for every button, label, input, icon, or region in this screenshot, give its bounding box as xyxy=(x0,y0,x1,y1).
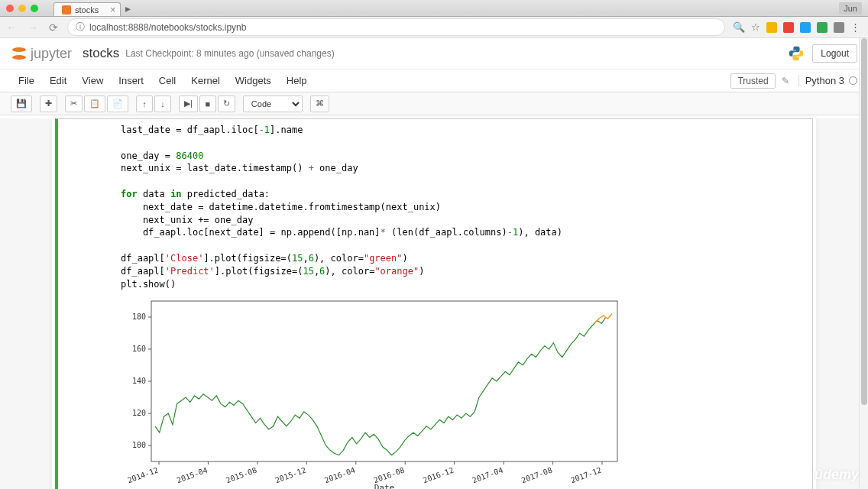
svg-text:2015-12: 2015-12 xyxy=(274,466,307,485)
close-window-icon[interactable] xyxy=(6,5,14,12)
kernel-indicator[interactable]: Python 3 xyxy=(798,75,857,86)
chart-output: 100120140160180 2014-122015-042015-08201… xyxy=(121,295,805,489)
svg-text:2015-08: 2015-08 xyxy=(225,466,257,485)
save-button[interactable]: 💾 xyxy=(11,96,32,112)
jupyter-favicon xyxy=(62,5,71,15)
jupyter-logo[interactable]: jupyter xyxy=(11,45,72,62)
svg-text:2015-04: 2015-04 xyxy=(176,466,209,485)
cut-button[interactable]: ✂ xyxy=(65,96,83,112)
extension-icon-5[interactable] xyxy=(834,22,844,33)
svg-text:120: 120 xyxy=(132,409,146,417)
new-tab-button[interactable]: ▸ xyxy=(121,1,135,16)
svg-text:180: 180 xyxy=(132,313,146,321)
svg-text:100: 100 xyxy=(132,441,146,449)
code-cell-running[interactable]: last_date = df_aapl.iloc[-1].name one_da… xyxy=(55,118,813,489)
command-palette-button[interactable]: ⌘ xyxy=(310,96,329,112)
svg-rect-0 xyxy=(151,301,617,461)
menubar: File Edit View Insert Cell Kernel Widget… xyxy=(0,70,868,92)
site-info-icon[interactable]: ⓘ xyxy=(76,21,85,34)
checkpoint-status: Last Checkpoint: 8 minutes ago (unsaved … xyxy=(125,48,335,59)
jupyter-logo-icon xyxy=(11,45,28,62)
menu-widgets[interactable]: Widgets xyxy=(228,71,279,90)
svg-text:2016-08: 2016-08 xyxy=(373,466,406,485)
reload-button[interactable]: ⟳ xyxy=(47,21,60,34)
svg-text:2017-12: 2017-12 xyxy=(569,466,602,485)
forward-button[interactable]: → xyxy=(26,21,40,34)
run-button[interactable]: ▶| xyxy=(179,96,198,112)
jupyter-header: jupyter stocks Last Checkpoint: 8 minute… xyxy=(0,38,868,70)
svg-text:140: 140 xyxy=(132,377,146,385)
notebook-title[interactable]: stocks xyxy=(83,46,119,61)
browser-chrome: stocks × ▸ Jun xyxy=(0,0,868,17)
menu-edit[interactable]: Edit xyxy=(42,71,74,90)
stop-button[interactable]: ■ xyxy=(199,96,216,112)
edit-metadata-icon[interactable]: ✎ xyxy=(779,76,792,86)
svg-text:2016-04: 2016-04 xyxy=(323,466,356,485)
stock-chart: 100120140160180 2014-122015-042015-08201… xyxy=(121,295,625,489)
maximize-window-icon[interactable] xyxy=(31,5,38,12)
svg-text:160: 160 xyxy=(132,345,146,353)
menu-view[interactable]: View xyxy=(74,71,111,90)
extension-icon-4[interactable] xyxy=(817,22,828,33)
menu-kernel[interactable]: Kernel xyxy=(183,71,228,90)
copy-button[interactable]: 📋 xyxy=(84,96,105,112)
kernel-status-icon xyxy=(849,76,857,85)
scrollbar[interactable] xyxy=(859,38,868,489)
kernel-name-text: Python 3 xyxy=(805,75,844,86)
minimize-window-icon[interactable] xyxy=(18,5,26,12)
close-tab-icon[interactable]: × xyxy=(110,5,115,15)
scrollbar-thumb[interactable] xyxy=(861,38,867,405)
extension-icon-2[interactable] xyxy=(783,22,794,33)
url-input[interactable]: ⓘ localhost:8888/notebooks/stocks.ipynb xyxy=(67,18,725,36)
url-bar: ← → ⟳ ⓘ localhost:8888/notebooks/stocks.… xyxy=(0,17,868,38)
udemy-watermark: ûdemy xyxy=(815,467,859,483)
menu-insert[interactable]: Insert xyxy=(111,71,151,90)
tab-title: stocks xyxy=(75,5,99,15)
toolbar: 💾 ✚ ✂ 📋 📄 ↑ ↓ ▶| ■ ↻ Code ⌘ xyxy=(0,92,868,115)
svg-text:2014-12: 2014-12 xyxy=(126,466,159,485)
extension-icon-3[interactable] xyxy=(800,22,811,33)
svg-text:2017-08: 2017-08 xyxy=(520,466,553,485)
in-prompt-empty xyxy=(63,121,118,489)
browser-right-icons: 🔍 ☆ ⋮ xyxy=(733,21,863,33)
notebook-container: last_date = df_aapl.iloc[-1].name one_da… xyxy=(0,118,868,489)
svg-text:2017-04: 2017-04 xyxy=(471,466,504,485)
browser-tabs: stocks × ▸ xyxy=(53,0,135,16)
extension-icon-1[interactable] xyxy=(766,22,777,33)
browser-menu-icon[interactable]: ⋮ xyxy=(850,21,860,33)
logout-button[interactable]: Logout xyxy=(812,44,857,63)
svg-text:2016-12: 2016-12 xyxy=(422,466,455,485)
code-body[interactable]: last_date = df_aapl.iloc[-1].name one_da… xyxy=(118,121,808,489)
add-cell-button[interactable]: ✚ xyxy=(40,96,57,112)
back-button[interactable]: ← xyxy=(5,21,18,34)
jupyter-logo-text: jupyter xyxy=(31,46,72,62)
browser-profile-badge[interactable]: Jun xyxy=(839,2,862,15)
code-text: last_date = df_aapl.iloc[-1].name one_da… xyxy=(121,124,805,290)
python-logo-icon xyxy=(788,45,805,62)
zoom-icon[interactable]: 🔍 xyxy=(733,21,745,33)
menu-help[interactable]: Help xyxy=(279,71,315,90)
restart-button[interactable]: ↻ xyxy=(218,96,235,112)
menu-file[interactable]: File xyxy=(11,71,42,90)
menu-cell[interactable]: Cell xyxy=(151,71,183,90)
url-text: localhost:8888/notebooks/stocks.ipynb xyxy=(89,22,246,33)
paste-button[interactable]: 📄 xyxy=(107,96,128,112)
window-controls xyxy=(6,5,38,12)
move-down-button[interactable]: ↓ xyxy=(154,96,171,112)
move-up-button[interactable]: ↑ xyxy=(136,96,153,112)
trusted-badge[interactable]: Trusted xyxy=(730,73,775,89)
x-axis-label: Date xyxy=(374,483,395,489)
bookmark-icon[interactable]: ☆ xyxy=(751,21,760,33)
browser-tab-stocks[interactable]: stocks × xyxy=(53,2,121,16)
cell-type-select[interactable]: Code xyxy=(243,96,303,112)
